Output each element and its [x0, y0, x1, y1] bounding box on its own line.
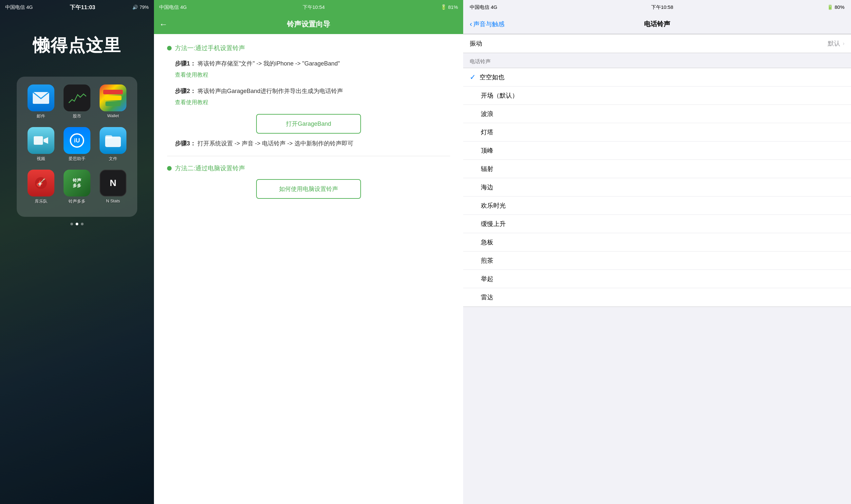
guide-content: 方法一:通过手机设置铃声 步骤1： 将该铃声存储至"文件" -> 我的iPhon… [154, 34, 463, 504]
guide-carrier: 中国电信 4G [159, 4, 187, 11]
ringtone-label-dingfeng: 顶峰 [470, 146, 845, 155]
step2-text: 步骤2： 将该铃声由GarageBand进行制作并导出生成为电话铃声 [175, 87, 450, 96]
app-ringtone[interactable]: 铃声多多 铃声多多 [60, 169, 93, 209]
svg-rect-6 [105, 135, 112, 139]
ringtone-row-kuaile[interactable]: 欢乐时光 [463, 197, 851, 215]
ringtone-label-bolang: 波浪 [470, 110, 845, 118]
app-stocks-label: 股市 [73, 113, 81, 119]
ringtone-label-kongkong: 空空如也 [480, 73, 845, 82]
ringtone-row-leida[interactable]: 雷达 [463, 288, 851, 307]
home-battery: 79% [140, 4, 149, 10]
ringtone-row-kongkong[interactable]: ✓ 空空如也 [463, 68, 851, 87]
app-grid: 邮件 股市 Wallet [17, 77, 137, 217]
ringtone-row-kaichang[interactable]: 开场（默认） [463, 87, 851, 105]
status-bar-guide: 中国电信 4G 下午10:54 🔋 81% [154, 0, 463, 14]
method1-dot [167, 46, 172, 50]
app-video[interactable]: 视频 [24, 127, 57, 166]
app-mail-label: 邮件 [37, 113, 45, 119]
ringtone-row-dengta[interactable]: 灯塔 [463, 123, 851, 142]
app-files-icon [100, 127, 126, 154]
guide-time: 下午10:54 [303, 4, 325, 11]
step2-block: 步骤2： 将该铃声由GarageBand进行制作并导出生成为电话铃声 查看使用教… [167, 87, 450, 106]
app-wallet-label: Wallet [107, 113, 119, 118]
home-overlay [0, 0, 154, 504]
guide-back-button[interactable]: ← [159, 19, 168, 30]
method2-header: 方法二:通过电脑设置铃声 [167, 164, 450, 173]
open-garageband-button[interactable]: 打开GarageBand [256, 114, 361, 133]
step1-content: 将该铃声存储至"文件" -> 我的iPhone -> "GarageBand" [197, 60, 340, 67]
ringtones-section-header: 电话铃声 [463, 53, 851, 68]
home-carrier: 中国电信 4G [5, 4, 33, 11]
ringtone-label-kuaile: 欢乐时光 [470, 201, 845, 210]
ringtones-list: ✓ 空空如也 开场（默认） 波浪 灯塔 顶峰 辐射 [463, 68, 851, 307]
home-time: 下午11:03 [70, 4, 95, 11]
step3-block: 步骤3： 打开系统设置 -> 声音 -> 电话铃声 -> 选中新制作的铃声即可 [167, 139, 450, 148]
step3-text: 步骤3： 打开系统设置 -> 声音 -> 电话铃声 -> 选中新制作的铃声即可 [175, 139, 450, 148]
vibrate-section: 振动 默认 › [463, 34, 851, 53]
settings-carrier: 中国电信 4G [470, 4, 497, 11]
step3-label: 步骤3： [175, 140, 196, 147]
step2-label: 步骤2： [175, 88, 196, 94]
app-garageband-label: 库乐队 [35, 198, 48, 204]
settings-nav: ‹ 声音与触感 电话铃声 [463, 14, 851, 34]
app-files-label: 文件 [109, 156, 117, 162]
settings-battery: 🔋 80% [827, 4, 845, 10]
dot-0 [70, 223, 73, 225]
svg-text:iU: iU [74, 137, 80, 144]
ringtone-row-juqi[interactable]: 举起 [463, 270, 851, 288]
ringtone-row-dingfeng[interactable]: 顶峰 [463, 142, 851, 160]
ringtone-row-haibian[interactable]: 海边 [463, 178, 851, 197]
app-iyunu[interactable]: iU 爱思助手 [60, 127, 93, 166]
app-garageband[interactable]: 🎸 库乐队 [24, 169, 57, 209]
app-video-label: 视频 [37, 156, 45, 162]
svg-text:N: N [110, 178, 116, 188]
app-ringtone-icon: 铃声多多 [64, 169, 90, 197]
svg-rect-1 [34, 136, 43, 145]
svg-text:🎸: 🎸 [36, 178, 46, 187]
method2-title: 方法二:通过电脑设置铃声 [175, 164, 245, 173]
app-iyunu-icon: iU [64, 127, 90, 154]
status-bar-home: 中国电信 4G 下午11:03 🔊 79% [0, 0, 154, 14]
step1-label: 步骤1： [175, 60, 196, 67]
app-iyunu-label: 爱思助手 [69, 156, 86, 162]
settings-back-label: 声音与触感 [473, 20, 504, 29]
app-nstats-icon: N [100, 169, 126, 197]
app-stocks[interactable]: 股市 [60, 85, 93, 124]
vibrate-value: 默认 [828, 39, 840, 48]
ringtone-row-fushe[interactable]: 辐射 [463, 160, 851, 178]
app-nstats[interactable]: N N Stats [96, 169, 129, 209]
ringtone-label-huanman: 缓慢上升 [470, 220, 845, 228]
step1-link[interactable]: 查看使用教程 [175, 71, 450, 78]
ringtone-row-jiban[interactable]: 急板 [463, 233, 851, 252]
app-video-icon [28, 127, 54, 154]
step3-content: 打开系统设置 -> 声音 -> 电话铃声 -> 选中新制作的铃声即可 [197, 140, 353, 147]
app-wallet[interactable]: Wallet [96, 85, 129, 124]
checkmark-icon: ✓ [470, 73, 476, 82]
ringtone-label-jiancha: 煎茶 [470, 256, 845, 265]
method1-header: 方法一:通过手机设置铃声 [167, 44, 450, 52]
app-mail[interactable]: 邮件 [24, 85, 57, 124]
back-chevron-icon: ‹ [470, 20, 472, 29]
app-wallet-icon [100, 85, 126, 111]
method2-dot [167, 166, 172, 170]
ringtone-row-huanman[interactable]: 缓慢上升 [463, 215, 851, 233]
use-pc-button[interactable]: 如何使用电脑设置铃声 [256, 179, 361, 199]
home-right-icons: 🔊 79% [132, 4, 149, 10]
svg-marker-2 [43, 137, 48, 144]
app-mail-icon [28, 85, 54, 111]
ringtone-label-haibian: 海边 [470, 183, 845, 192]
step2-link[interactable]: 查看使用教程 [175, 98, 450, 106]
home-title: 懒得点这里 [33, 34, 121, 57]
app-stocks-icon [64, 85, 90, 111]
panel-home: 中国电信 4G 下午11:03 🔊 79% 懒得点这里 邮件 股市 [0, 0, 154, 504]
ringtone-row-jiancha[interactable]: 煎茶 [463, 252, 851, 270]
settings-back-button[interactable]: ‹ 声音与触感 [470, 20, 504, 29]
ringtone-row-bolang[interactable]: 波浪 [463, 105, 851, 123]
settings-time: 下午10:58 [651, 4, 673, 11]
step1-block: 步骤1： 将该铃声存储至"文件" -> 我的iPhone -> "GarageB… [167, 59, 450, 78]
ringtone-label-jiban: 急板 [470, 238, 845, 247]
app-files[interactable]: 文件 [96, 127, 129, 166]
app-nstats-label: N Stats [106, 198, 120, 203]
vibrate-row[interactable]: 振动 默认 › [463, 34, 851, 53]
step2-content: 将该铃声由GarageBand进行制作并导出生成为电话铃声 [197, 88, 343, 94]
